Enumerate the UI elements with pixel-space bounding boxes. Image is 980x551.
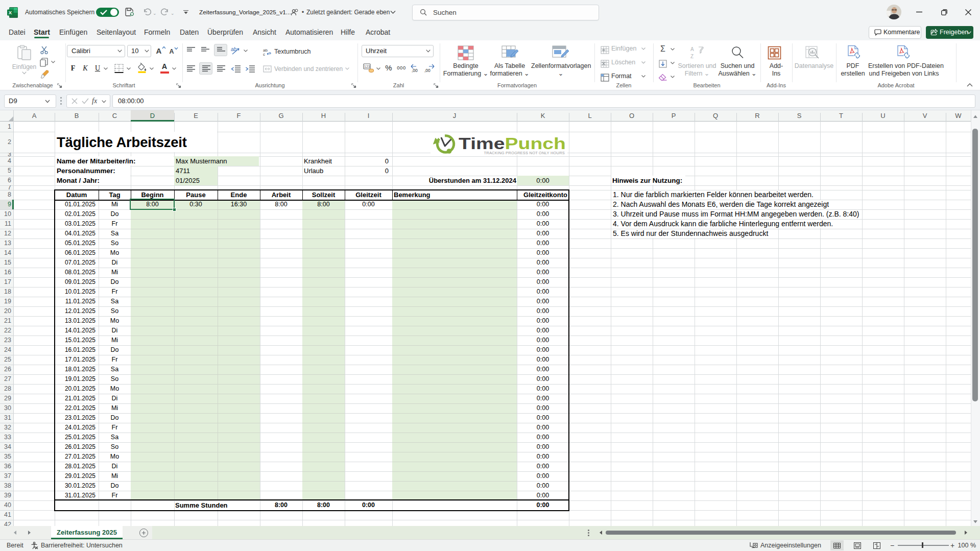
svg-text:123: 123: [364, 65, 370, 68]
svg-text:,00: ,00: [424, 68, 431, 73]
svg-text:X: X: [9, 10, 12, 15]
svg-text:A: A: [690, 46, 694, 52]
svg-text:c: c: [263, 52, 265, 56]
svg-text:Z: Z: [690, 54, 694, 59]
svg-text:,00: ,00: [412, 68, 418, 73]
